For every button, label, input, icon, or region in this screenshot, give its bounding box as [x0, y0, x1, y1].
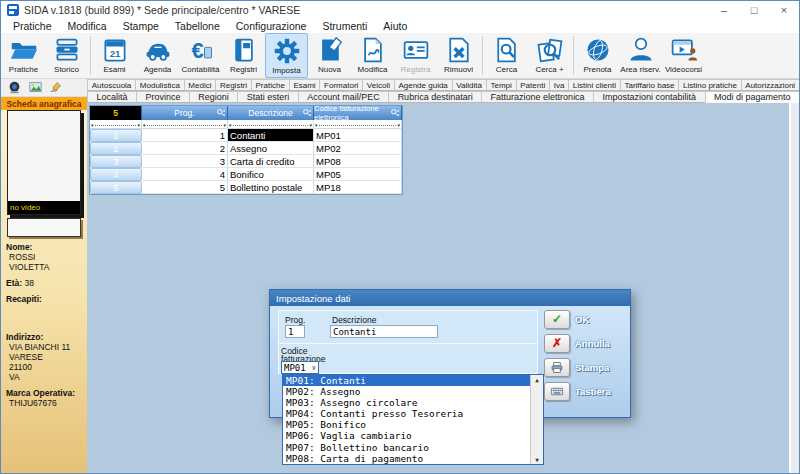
scroll-down-icon[interactable]: ▼ — [531, 456, 543, 463]
photo-icon[interactable] — [28, 81, 43, 94]
row-selector[interactable]: 3 — [90, 155, 142, 168]
menu-modifica[interactable]: Modifica — [60, 20, 115, 32]
tab-listini-clienti[interactable]: Listini clienti — [568, 79, 621, 91]
toolbar-prenota-button[interactable]: Prenota — [576, 33, 619, 78]
chevron-down-icon[interactable]: ▾ — [223, 123, 226, 128]
toolbar-esami-button[interactable]: Esami — [93, 33, 136, 78]
tab-province[interactable]: Province — [136, 91, 190, 103]
table-row[interactable]: 1 1 Contanti MP01 — [90, 129, 402, 142]
tab-medici[interactable]: Medici — [184, 79, 217, 91]
nome-value: VIOLETTA — [6, 262, 84, 272]
row-selector[interactable]: 2 — [90, 142, 142, 155]
toolbar-pratiche-button[interactable]: Pratiche — [2, 33, 45, 78]
dropdown-option[interactable]: MP01: Contanti — [283, 375, 543, 386]
toolbar-agenda-button[interactable]: Agenda — [136, 33, 179, 78]
tastiera-button[interactable] — [544, 382, 570, 401]
toolbar-cerca-plus-button[interactable]: Cerca + — [528, 33, 571, 78]
annulla-button[interactable]: ✗ — [544, 334, 570, 353]
tab-iva[interactable]: Iva — [549, 79, 569, 91]
codice-fatturazione-select[interactable]: MP01 ∨ — [281, 361, 319, 374]
tab-account-mail-pec[interactable]: Account mail/PEC — [298, 91, 389, 103]
tab-tariffario-base[interactable]: Tariffario base — [620, 79, 680, 91]
chevron-down-icon[interactable]: ▾ — [397, 123, 400, 128]
toolbar-nuova-button[interactable]: Nuova — [308, 33, 351, 78]
tab-localita[interactable]: Località — [87, 91, 137, 103]
table-row[interactable]: 2 2 Assegno MP02 — [90, 142, 402, 155]
column-header-prog[interactable]: Prog. — [142, 106, 228, 120]
chevron-down-icon[interactable]: ▾ — [315, 123, 318, 128]
chevron-down-icon[interactable]: ▾ — [143, 123, 146, 128]
filter-sort-icon[interactable] — [302, 108, 312, 118]
toolbar-storico-button[interactable]: Storico — [45, 33, 88, 78]
row-selector[interactable]: 5 — [90, 181, 142, 194]
ok-button[interactable]: ✓ — [544, 310, 570, 329]
descrizione-field[interactable] — [330, 325, 438, 338]
dropdown-option[interactable]: MP07: Bollettino bancario — [283, 442, 543, 453]
tab-modulistica[interactable]: Modulistica — [135, 79, 185, 91]
dropdown-option[interactable]: MP03: Assegno circolare — [283, 397, 543, 408]
webcam-icon[interactable] — [7, 81, 22, 94]
menu-stampe[interactable]: Stampe — [115, 20, 167, 32]
dropdown-option[interactable]: MP02: Assegno — [283, 386, 543, 397]
filter-sort-icon[interactable] — [216, 108, 226, 118]
prog-field[interactable] — [285, 325, 305, 338]
tab-formatori[interactable]: Formatori — [319, 79, 363, 91]
dropdown-option[interactable]: MP05: Bonifico — [283, 419, 543, 430]
column-header-descrizione[interactable]: Descrizione — [228, 106, 314, 120]
menu-strumenti[interactable]: Strumenti — [314, 20, 375, 32]
tab-tempi[interactable]: Tempi — [486, 79, 517, 91]
chevron-down-icon[interactable]: ▾ — [229, 123, 232, 128]
tab-veicoli[interactable]: Veicoli — [362, 79, 395, 91]
row-selector[interactable]: 1 — [90, 129, 142, 142]
tab-registri[interactable]: Registri — [215, 79, 252, 91]
tab-agende-guida[interactable]: Agende guida — [394, 79, 453, 91]
table-row[interactable]: 3 3 Carta di credito MP08 — [90, 155, 402, 168]
row-selector[interactable]: 4 — [90, 168, 142, 181]
dropdown-option[interactable]: MP04: Contanti presso Tesoreria — [283, 408, 543, 419]
toolbar-videocorsi-button[interactable]: Videocorsi — [662, 33, 705, 78]
table-row[interactable]: 5 5 Bollettino postale MP18 — [90, 181, 402, 194]
menu-configurazione[interactable]: Configurazione — [228, 20, 315, 32]
tab-autorizzazioni[interactable]: Autorizzazioni — [741, 79, 800, 91]
tab-rubrica-destinatari[interactable]: Rubrica destinatari — [388, 91, 482, 103]
toolbar-rimuovi-button[interactable]: Rimuovi — [437, 33, 480, 78]
archive-icon — [53, 36, 81, 64]
close-icon[interactable]: × — [769, 1, 799, 19]
table-row[interactable]: 4 4 Bonifico MP05 — [90, 168, 402, 181]
dropdown-scrollbar[interactable]: ▲ ▼ — [530, 375, 543, 464]
column-header-codice[interactable]: Codice fatturazione elettronica — [314, 106, 402, 120]
tab-listino-pratiche[interactable]: Listino pratiche — [678, 79, 741, 91]
toolbar-area-riservata-button[interactable]: Area riserv. — [619, 33, 662, 78]
tab-impostazioni-contabilita[interactable]: Impostazioni contabilità — [593, 91, 705, 103]
tab-pratiche[interactable]: Pratiche — [251, 79, 290, 91]
tab-autoscuola[interactable]: Autoscuola — [87, 79, 136, 91]
scroll-up-icon[interactable]: ▲ — [531, 376, 543, 383]
chevron-down-icon[interactable]: ▾ — [137, 123, 140, 128]
toolbar-contabilita-button[interactable]: Contabilità — [179, 33, 222, 78]
minimize-icon[interactable]: – — [709, 1, 739, 19]
maximize-icon[interactable]: □ — [739, 1, 769, 19]
toolbar-modifica-button[interactable]: Modifica — [351, 33, 394, 78]
tab-regioni[interactable]: Regioni — [189, 91, 238, 103]
toolbar-imposta-button[interactable]: Imposta — [265, 33, 308, 78]
tab-patenti[interactable]: Patenti — [516, 79, 550, 91]
toolbar-registri-button[interactable]: Registri — [222, 33, 265, 78]
menu-pratiche[interactable]: Pratiche — [5, 20, 60, 32]
vertical-scrollbar[interactable] — [789, 103, 799, 473]
chevron-down-icon[interactable]: ▾ — [309, 123, 312, 128]
dropdown-option[interactable]: MP06: Vaglia cambiario — [283, 430, 543, 441]
tab-validita[interactable]: Validità — [452, 79, 487, 91]
chevron-down-icon[interactable]: ▾ — [91, 123, 94, 128]
menu-tabellone[interactable]: Tabellone — [167, 20, 228, 32]
tab-stati-esteri[interactable]: Stati esteri — [237, 91, 298, 103]
dropdown-option[interactable]: MP08: Carta di pagamento — [283, 453, 543, 464]
selected-cell[interactable]: Contanti — [228, 129, 314, 142]
filter-sort-icon[interactable] — [390, 108, 400, 118]
menu-aiuto[interactable]: Aiuto — [375, 20, 415, 32]
tab-modi-di-pagamento[interactable]: Modi di pagamento — [705, 91, 800, 103]
tab-fatturazione-elettronica[interactable]: Fatturazione elettronica — [481, 91, 594, 103]
stampa-button[interactable] — [544, 358, 570, 377]
signature-icon[interactable] — [49, 81, 64, 94]
tab-esami[interactable]: Esami — [289, 79, 321, 91]
toolbar-cerca-button[interactable]: Cerca — [485, 33, 528, 78]
